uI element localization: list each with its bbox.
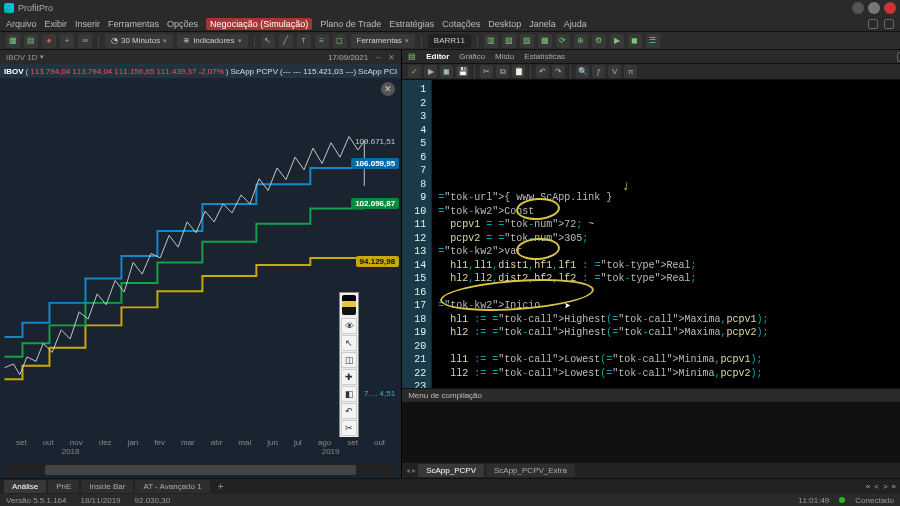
tool-record-icon[interactable]: ●: [42, 34, 56, 48]
cross-tool-icon[interactable]: ✚: [341, 369, 357, 385]
tool-open-icon[interactable]: ▤: [24, 34, 38, 48]
tab-grafico[interactable]: Gráfico: [459, 52, 485, 61]
ed-tool-cut[interactable]: ✂: [480, 65, 493, 78]
ed-tool-v[interactable]: V: [608, 65, 621, 78]
menu-share-icon[interactable]: [868, 19, 878, 29]
wtab-avancado[interactable]: AT - Avançado 1: [135, 480, 209, 493]
editor-share-icon[interactable]: [897, 52, 900, 62]
window-minimize-button[interactable]: [852, 2, 864, 14]
ed-tool-undo[interactable]: ↶: [536, 65, 549, 78]
wtab-inside[interactable]: Inside Bar: [81, 480, 133, 493]
script-tab-2[interactable]: ScApp_PCPV_Extra: [486, 464, 575, 477]
chart-tab[interactable]: IBOV 1D: [6, 53, 38, 62]
tool-play-icon[interactable]: ▶: [610, 34, 624, 48]
code-line[interactable]: ll1 := ="tok-call">Lowest(="tok-call">Mi…: [438, 353, 900, 367]
editor-tabbar-icon[interactable]: ▤: [408, 52, 416, 61]
ed-tool-stop[interactable]: ◼: [440, 65, 453, 78]
pen-tool-icon[interactable]: [342, 295, 356, 315]
ed-tool-run[interactable]: ▶: [424, 65, 437, 78]
script-tab-prev[interactable]: ◂: [406, 466, 410, 475]
code-line[interactable]: hl2 := ="tok-call">Highest(="tok-call">M…: [438, 326, 900, 340]
code-line[interactable]: [438, 340, 900, 354]
menu-janela[interactable]: Janela: [529, 19, 556, 29]
undo-tool-icon[interactable]: ↶: [341, 403, 357, 419]
tool-text-icon[interactable]: T: [297, 34, 311, 48]
eraser-tool-icon[interactable]: ◫: [341, 352, 357, 368]
wtab-pne[interactable]: PnE: [48, 480, 79, 493]
compile-menu-bar[interactable]: Menu de compilação: [402, 388, 900, 402]
symbol-input[interactable]: BARR11: [428, 34, 471, 48]
code-line[interactable]: ="tok-kw2">var: [438, 245, 900, 259]
tool-new-icon[interactable]: ▦: [6, 34, 20, 48]
ed-tool-paste[interactable]: 📋: [512, 65, 525, 78]
clip-tool-icon[interactable]: ✂: [341, 420, 357, 436]
tool-list-icon[interactable]: ☰: [646, 34, 660, 48]
code-area[interactable]: ↓ ➤ ="tok-url">{ www.ScApp.link }="tok-k…: [432, 80, 900, 388]
menu-ferramentas[interactable]: Ferramentas: [108, 19, 159, 29]
ed-tool-compile[interactable]: ✓: [408, 65, 421, 78]
code-line[interactable]: hl1,ll1,dist1,hf1,lf1 : ="tok-type">Real…: [438, 259, 900, 273]
ed-tool-pi[interactable]: π: [624, 65, 637, 78]
tool-fib-icon[interactable]: ≡: [315, 34, 329, 48]
menu-plano[interactable]: Plano de Trade: [320, 19, 381, 29]
wtab-last[interactable]: »: [892, 482, 896, 491]
indicators-dropdown[interactable]: ≋ Indicadores: [177, 34, 247, 48]
menu-arquivo[interactable]: Arquivo: [6, 19, 37, 29]
wtab-first[interactable]: «: [866, 482, 870, 491]
tab-misto[interactable]: Misto: [495, 52, 514, 61]
tool-shape-icon[interactable]: ◻: [333, 34, 347, 48]
code-line[interactable]: [438, 286, 900, 300]
tab-editor[interactable]: Editor: [426, 52, 449, 61]
menu-exibir[interactable]: Exibir: [45, 19, 68, 29]
code-line[interactable]: pcpv2 = ="tok-num">305;: [438, 232, 900, 246]
color-tool-icon[interactable]: ◧: [341, 386, 357, 402]
menu-negociacao[interactable]: Negociação (Simulação): [206, 18, 312, 30]
tool-cursor-icon[interactable]: ↖: [261, 34, 275, 48]
menu-cotacoes[interactable]: Cotações: [442, 19, 480, 29]
ed-tool-redo[interactable]: ↷: [552, 65, 565, 78]
code-line[interactable]: ll2 := ="tok-call">Lowest(="tok-call">Mi…: [438, 367, 900, 381]
tool-chart3-icon[interactable]: ▧: [520, 34, 534, 48]
ed-tool-find[interactable]: 🔍: [576, 65, 589, 78]
menu-desktop[interactable]: Desktop: [488, 19, 521, 29]
ed-tool-copy[interactable]: ⧉: [496, 65, 509, 78]
ed-tool-func[interactable]: ƒ: [592, 65, 605, 78]
wtab-next[interactable]: >: [883, 482, 888, 491]
ed-tool-save[interactable]: 💾: [456, 65, 469, 78]
script-tab-next[interactable]: ▸: [412, 466, 416, 475]
code-line[interactable]: pcpv1 = ="tok-num">72; ~: [438, 218, 900, 232]
code-editor[interactable]: 1234567891011121314151617181920212223242…: [402, 80, 900, 388]
tool-add-icon[interactable]: +: [60, 34, 74, 48]
menu-opcoes[interactable]: Opções: [167, 19, 198, 29]
menu-notify-icon[interactable]: [884, 19, 894, 29]
tool-zoom-icon[interactable]: ⊕: [574, 34, 588, 48]
chart-expand-button[interactable]: ↔: [374, 53, 382, 62]
window-close-button[interactable]: [884, 2, 896, 14]
tool-chart2-icon[interactable]: ▨: [502, 34, 516, 48]
chart-area[interactable]: 109.671,51 106.059,95 102.096,87 94.129,…: [0, 78, 401, 437]
code-line[interactable]: hl1 := ="tok-call">Highest(="tok-call">M…: [438, 313, 900, 327]
tool-stop-icon[interactable]: ◼: [628, 34, 642, 48]
script-tab-1[interactable]: ScApp_PCPV: [418, 464, 484, 477]
menu-estrategias[interactable]: Estratégias: [389, 19, 434, 29]
tool-settings-icon[interactable]: ⚙: [592, 34, 606, 48]
code-line[interactable]: ="tok-kw2">Const: [438, 205, 900, 219]
tool-refresh-icon[interactable]: ⟳: [556, 34, 570, 48]
pointer-tool-icon[interactable]: ↖: [341, 335, 357, 351]
chart-scrollbar[interactable]: [6, 464, 395, 476]
window-maximize-button[interactable]: [868, 2, 880, 14]
chevron-down-icon[interactable]: ▾: [40, 53, 44, 61]
tab-estatisticas[interactable]: Estatísticas: [524, 52, 565, 61]
wtab-add-button[interactable]: +: [212, 481, 230, 492]
code-line[interactable]: [438, 380, 900, 388]
code-line[interactable]: hl2,ll2,dist2,hf2,lf2 : ="tok-type">Real…: [438, 272, 900, 286]
tool-link-icon[interactable]: ∞: [78, 34, 92, 48]
tool-chart4-icon[interactable]: ▩: [538, 34, 552, 48]
tools-dropdown[interactable]: Ferramentas: [351, 34, 415, 48]
timeframe-dropdown[interactable]: ◔ 30 Minutos: [105, 34, 173, 48]
code-line[interactable]: ="tok-kw2">Inicio: [438, 299, 900, 313]
eye-tool-icon[interactable]: 👁: [341, 318, 357, 334]
menu-ajuda[interactable]: Ajuda: [564, 19, 587, 29]
tool-trend-icon[interactable]: ╱: [279, 34, 293, 48]
wtab-analise[interactable]: Análise: [4, 480, 46, 493]
